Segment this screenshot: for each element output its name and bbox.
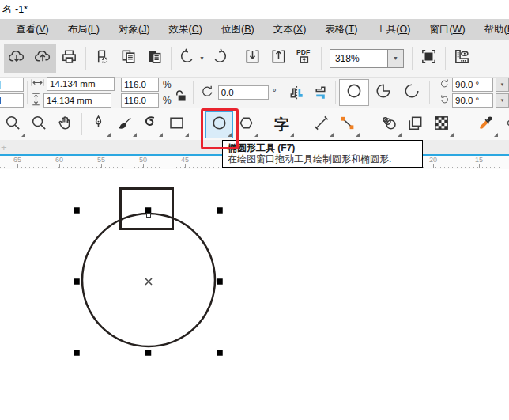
redo-button[interactable]	[206, 44, 232, 73]
menu-item-h[interactable]: 帮助(H)	[475, 23, 509, 36]
menu-item-b[interactable]: 位图(B)	[212, 23, 264, 36]
menu-item-j[interactable]: 对象(J)	[109, 23, 160, 36]
rectangle-icon	[168, 114, 186, 135]
ellipse-top-node[interactable]	[147, 214, 151, 218]
menu-item-w[interactable]: 窗口(W)	[420, 23, 474, 36]
copy-button[interactable]	[115, 44, 141, 73]
percent-label: %	[163, 79, 172, 90]
dimension-icon	[312, 114, 330, 135]
flyout-indicator	[290, 133, 294, 137]
end-angle-icon	[439, 93, 450, 108]
cloud-download-button[interactable]	[4, 44, 30, 73]
menu-item-v[interactable]: 查看(V)	[6, 23, 58, 36]
bspline-icon	[141, 114, 160, 135]
separator	[193, 81, 194, 104]
tool-connector[interactable]	[334, 112, 360, 138]
tool-brush[interactable]	[111, 112, 138, 138]
pan-icon	[56, 114, 74, 135]
position-y-field[interactable]	[0, 93, 24, 108]
paste-button[interactable]	[141, 44, 168, 73]
publish-pdf-button[interactable]: PDF	[292, 44, 318, 73]
show-rulers-button[interactable]	[449, 44, 475, 73]
export-icon	[270, 47, 288, 69]
lock-ratio-button[interactable]	[175, 89, 187, 105]
separator	[27, 81, 28, 104]
standard-toolbar: ▼PDF318%▼	[0, 40, 509, 78]
flyout-indicator	[107, 133, 111, 137]
selection-handle[interactable]	[145, 207, 152, 214]
selection-handle[interactable]	[74, 207, 80, 214]
drawing-canvas[interactable]	[0, 170, 509, 420]
pie-mode-button[interactable]	[369, 80, 398, 105]
separator	[81, 113, 82, 135]
start-angle-dropdown[interactable]: ▼	[496, 78, 509, 92]
ellipse-mode-icon	[345, 81, 364, 104]
selection-handle[interactable]	[217, 278, 223, 285]
zoom-level-combo[interactable]: 318%▼	[330, 49, 404, 68]
cut-button[interactable]	[89, 44, 115, 73]
tool-zoom-secondary[interactable]	[26, 112, 52, 138]
position-x-field[interactable]	[0, 78, 24, 92]
end-angle-value: 90.0 °	[455, 96, 479, 105]
start-angle-field[interactable]: 90.0 °	[452, 78, 493, 92]
selection-handle[interactable]	[74, 350, 80, 356]
pie-mode-icon	[374, 81, 393, 104]
separator	[321, 47, 322, 70]
zoom-dropdown-arrow[interactable]: ▼	[387, 50, 403, 67]
cloud-upload-button[interactable]	[30, 44, 56, 73]
eyedropper-icon	[477, 114, 495, 135]
fullscreen-preview-button[interactable]	[416, 44, 442, 73]
object-width-field[interactable]: 14.134 mm	[47, 77, 115, 91]
undo-button[interactable]	[175, 44, 201, 73]
selection-handle[interactable]	[217, 207, 223, 214]
tool-text[interactable]: 字	[269, 112, 295, 138]
separator	[412, 47, 413, 70]
selection-handle[interactable]	[145, 350, 152, 356]
end-angle-field[interactable]: 90.0 °	[452, 93, 493, 108]
separator	[85, 47, 86, 70]
tool-zoom[interactable]	[0, 112, 26, 138]
tool-bspline[interactable]	[138, 112, 164, 138]
object-height-field[interactable]: 14.134 mm	[43, 93, 111, 108]
tool-pattern[interactable]	[428, 112, 454, 138]
menu-item-t[interactable]: 表格(T)	[315, 23, 367, 36]
flyout-indicator	[159, 133, 163, 137]
menu-item-l[interactable]: 布局(L)	[58, 23, 109, 36]
tooltip-description: 在绘图窗口拖动工具绘制圆形和椭圆形.	[228, 153, 417, 165]
export-button[interactable]	[266, 44, 292, 73]
mirror-horizontal-button[interactable]	[285, 81, 308, 104]
property-bar: 14.134 mm 14.134 mm 116.0 % 116.0 % 0.0 …	[0, 78, 509, 108]
tool-eyedropper[interactable]	[473, 112, 499, 138]
tool-interactive-fill[interactable]	[500, 112, 509, 138]
selection-handle[interactable]	[217, 350, 223, 356]
tool-pen[interactable]	[85, 112, 111, 138]
scale-y-field[interactable]: 116.0	[121, 93, 159, 108]
rotation-field[interactable]: 0.0	[218, 85, 269, 100]
tool-blend[interactable]	[376, 112, 402, 138]
import-button[interactable]	[239, 44, 266, 73]
start-angle-icon	[439, 78, 450, 92]
print-button[interactable]	[56, 44, 82, 73]
menu-item-o[interactable]: 工具(O)	[367, 23, 420, 36]
tool-dimension[interactable]	[308, 112, 334, 138]
tool-pan[interactable]	[52, 112, 78, 138]
tool-transparency[interactable]	[402, 112, 428, 138]
arc-mode-button[interactable]	[398, 80, 426, 105]
annotation-highlight-box	[201, 108, 239, 149]
scale-x-field[interactable]: 116.0	[121, 78, 159, 92]
menu-item-x[interactable]: 文本(X)	[264, 23, 316, 36]
mirror-vertical-button[interactable]	[308, 81, 332, 104]
start-angle-value: 90.0 °	[455, 80, 479, 89]
selection-handle[interactable]	[74, 278, 80, 285]
ellipse-mode-button[interactable]	[339, 79, 369, 106]
menu-item-c[interactable]: 效果(C)	[160, 23, 212, 36]
flyout-indicator	[494, 133, 498, 137]
selected-circle[interactable]	[82, 214, 215, 346]
end-angle-dropdown[interactable]: ▼	[496, 93, 509, 108]
cloud-download-icon	[8, 47, 26, 69]
object-position-group	[0, 78, 24, 108]
object-center-mark[interactable]	[145, 278, 152, 285]
tool-rectangle[interactable]	[164, 112, 190, 138]
zoom-icon	[4, 114, 22, 135]
document-title: 名 -1*	[2, 3, 28, 17]
